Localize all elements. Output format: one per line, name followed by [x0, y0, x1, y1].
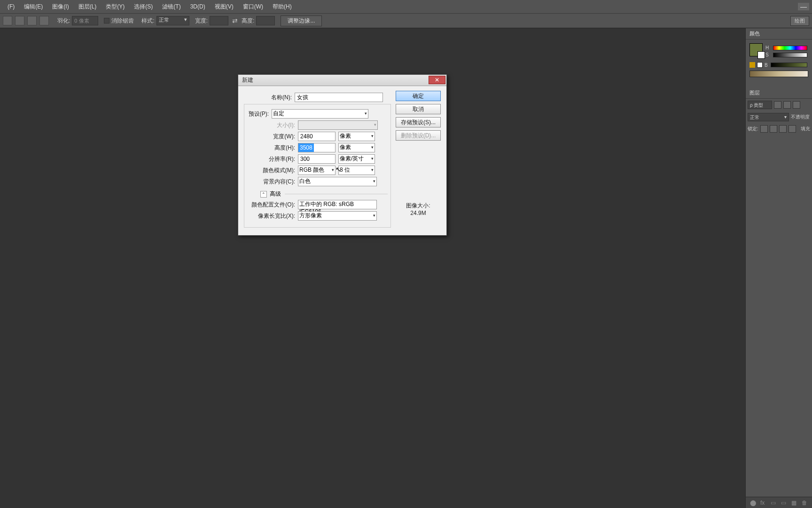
menu-bar: (F) 编辑(E) 图像(I) 图层(L) 类型(Y) 选择(S) 滤镜(T) … [0, 0, 812, 13]
delete-preset-button: 删除预设(D)... [396, 130, 441, 141]
marquee-new-icon[interactable] [3, 16, 12, 25]
options-bar: 羽化: 消除锯齿 样式: 正常 ▾ 宽度: ⇄ 高度: 调整边缘... 绘图 [0, 13, 812, 28]
paint-tab[interactable]: 绘图 [790, 16, 809, 26]
right-panels: 颜色 H S B 图层 ρ 类型 正常 ▾ 不透明度 [745, 28, 812, 508]
menu-type[interactable]: 类型(Y) [101, 1, 129, 13]
color-mode-select[interactable]: RGB 颜色▾ [298, 166, 336, 175]
layers-footer: ⬤ fx ▭ ▭ ▦ 🗑 [746, 497, 812, 508]
marquee-add-icon[interactable] [15, 16, 24, 25]
swap-icon[interactable]: ⇄ [232, 17, 238, 24]
hue-label: H [765, 45, 772, 50]
sat-slider[interactable] [773, 53, 807, 57]
antialias-label: 消除锯齿 [111, 17, 134, 25]
menu-file[interactable]: (F) [3, 1, 19, 12]
size-label: 大小(I): [247, 121, 298, 129]
delete-layer-icon[interactable]: 🗑 [802, 500, 808, 506]
bg-content-select[interactable]: 白色▾ [298, 177, 377, 186]
minimize-button[interactable]: — [798, 3, 809, 10]
layer-style-icon[interactable]: fx [760, 500, 767, 506]
menu-edit[interactable]: 编辑(E) [19, 1, 47, 13]
bri-slider[interactable] [771, 63, 807, 67]
menu-layer[interactable]: 图层(L) [74, 1, 102, 13]
color-profile-select[interactable]: 工作中的 RGB: sRGB IEC6196...▾ [298, 200, 377, 209]
ok-button[interactable]: 确定 [396, 91, 441, 101]
blend-mode-select[interactable]: 正常 ▾ [748, 113, 789, 121]
new-group-icon[interactable]: ▭ [781, 500, 788, 506]
lock-pixels-icon[interactable] [770, 125, 777, 133]
width-input[interactable] [210, 16, 228, 25]
color-ramp[interactable] [750, 71, 808, 77]
fill-label: 填充 [801, 126, 810, 132]
filter-pixel-icon[interactable] [774, 101, 781, 109]
feather-input[interactable] [72, 16, 98, 25]
bri-label: B [765, 63, 768, 68]
filter-adjust-icon[interactable] [783, 101, 791, 109]
filter-type-icon[interactable] [793, 101, 800, 109]
width-label2: 宽度(W): [247, 133, 298, 141]
preset-select[interactable]: 自定▾ [272, 109, 368, 119]
lock-transparent-icon[interactable] [760, 125, 768, 133]
lock-label: 锁定: [748, 126, 758, 132]
menu-filter[interactable]: 滤镜(T) [157, 1, 185, 13]
height-label: 高度: [242, 17, 254, 25]
link-layers-icon[interactable]: ⬤ [750, 500, 757, 506]
close-icon[interactable]: ✕ [429, 76, 445, 84]
res-label: 分辨率(R): [247, 155, 298, 163]
foreground-swatch[interactable] [750, 43, 763, 56]
cancel-button[interactable]: 取消 [396, 104, 441, 114]
marquee-intersect-icon[interactable] [39, 16, 49, 25]
height-label2: 高度(H): [247, 144, 298, 152]
name-label: 名称(N): [244, 94, 295, 102]
image-size-label: 图像大小: [396, 202, 441, 210]
dialog-titlebar[interactable]: 新建 ✕ [238, 75, 446, 86]
resolution-input[interactable] [298, 154, 336, 164]
doc-height-input[interactable]: 3508 [298, 143, 336, 152]
new-layer-icon[interactable]: ▦ [791, 500, 798, 506]
pixel-aspect-select[interactable]: 方形像素▾ [298, 211, 377, 221]
res-unit-select[interactable]: 像素/英寸▾ [338, 154, 375, 164]
height-unit-select[interactable]: 像素▾ [338, 143, 375, 152]
color-panel: H S B [746, 40, 812, 81]
menu-help[interactable]: 帮助(H) [268, 1, 297, 13]
new-document-dialog: 新建 ✕ 名称(N): 预设(P): 自定▾ 大小(I): ▾ 宽度(W): [238, 74, 447, 236]
height-input[interactable] [256, 16, 275, 25]
hue-slider[interactable] [773, 46, 807, 50]
lock-position-icon[interactable] [779, 125, 787, 133]
web-safe-icon [757, 62, 763, 68]
dialog-title-text: 新建 [242, 76, 253, 84]
bit-depth-select[interactable]: 8 位▾ [338, 166, 375, 175]
antialias-checkbox[interactable] [104, 18, 109, 24]
menu-view[interactable]: 视图(V) [210, 1, 238, 13]
menu-image[interactable]: 图像(I) [47, 1, 73, 13]
aspect-label: 像素长宽比(X): [247, 212, 298, 220]
refine-edge-button[interactable]: 调整边缘... [281, 16, 322, 26]
bg-label: 背景内容(C): [247, 178, 298, 186]
save-preset-button[interactable]: 存储预设(S)... [396, 117, 441, 127]
menu-select[interactable]: 选择(S) [129, 1, 157, 13]
gamut-warning-icon [750, 62, 755, 68]
sat-label: S [765, 52, 772, 57]
lock-all-icon[interactable] [789, 125, 796, 133]
opacity-label: 不透明度 [791, 114, 810, 120]
style-select[interactable]: 正常 ▾ [156, 16, 189, 25]
layer-mask-icon[interactable]: ▭ [771, 500, 777, 506]
marquee-subtract-icon[interactable] [27, 16, 37, 25]
layers-panel: 图层 ρ 类型 正常 ▾ 不透明度 锁定: 填充 [746, 87, 812, 135]
color-panel-tab[interactable]: 颜色 [746, 28, 812, 40]
menu-window[interactable]: 窗口(W) [238, 1, 268, 13]
size-select: ▾ [298, 120, 378, 130]
name-input[interactable] [295, 93, 383, 102]
doc-width-input[interactable] [298, 132, 336, 141]
layers-panel-tab[interactable]: 图层 [746, 87, 812, 99]
background-swatch[interactable] [757, 51, 765, 59]
profile-label: 颜色配置文件(O): [247, 201, 298, 209]
width-unit-select[interactable]: 像素▾ [338, 132, 375, 141]
mode-label: 颜色模式(M): [247, 167, 298, 175]
advanced-label: 高级 [270, 190, 281, 198]
menu-3d[interactable]: 3D(D) [186, 1, 210, 12]
width-label: 宽度: [195, 17, 208, 25]
layer-kind-filter[interactable]: ρ 类型 [748, 101, 772, 109]
style-label: 样式: [141, 17, 154, 25]
feather-label: 羽化: [57, 17, 70, 25]
advanced-toggle[interactable]: ⌃ [260, 191, 267, 198]
